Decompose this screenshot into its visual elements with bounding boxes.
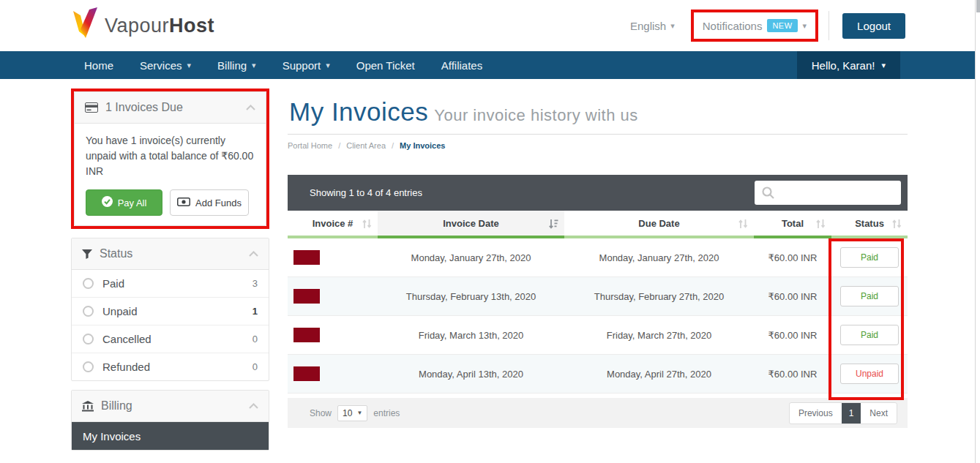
status-filter-paid[interactable]: Paid 3: [72, 270, 269, 298]
current-page-button[interactable]: 1: [842, 403, 861, 424]
credit-card-icon: [85, 102, 98, 113]
notifications-label: Notifications: [703, 20, 763, 32]
column-header-status[interactable]: Status: [831, 211, 908, 238]
due-date-cell: Monday, January 27th, 2020: [564, 252, 754, 263]
breadcrumb: Portal Home / Client Area / My Invoices: [288, 141, 908, 150]
table-row[interactable]: Monday, January 27th, 2020 Monday, Janua…: [288, 238, 908, 277]
scrollbar-thumb[interactable]: [976, 0, 980, 12]
main-content: My InvoicesYour invoice history with us …: [288, 89, 908, 428]
sort-icon: [892, 219, 902, 231]
page-scrollbar[interactable]: [975, 0, 980, 463]
nav-item-home[interactable]: Home: [71, 51, 127, 79]
invoices-table: Showing 1 to 4 of 4 entries Invoice # I: [288, 175, 908, 428]
logout-button[interactable]: Logout: [842, 13, 905, 39]
page-subtitle: Your invoice history with us: [434, 106, 638, 124]
billing-title: Billing: [101, 399, 132, 413]
total-cell: ₹60.00 INR: [754, 330, 831, 341]
sidebar-item-my-invoices[interactable]: My Invoices: [72, 422, 269, 450]
chevron-up-icon: [249, 403, 258, 409]
table-row[interactable]: Friday, March 13th, 2020 Friday, March 2…: [288, 316, 908, 355]
main-navbar: Home Services▾ Billing▾ Support▾ Open Ti…: [0, 51, 975, 79]
sort-icon: [738, 219, 748, 231]
billing-header[interactable]: Billing: [72, 391, 269, 422]
chevron-down-icon: ▼: [356, 410, 362, 416]
show-label: Show: [310, 408, 332, 418]
invoices-due-panel: 1 Invoices Due You have 1 invoice(s) cur…: [74, 91, 266, 226]
pay-all-button[interactable]: Pay All: [86, 189, 162, 216]
table-row[interactable]: Thursday, February 13th, 2020 Thursday, …: [288, 277, 908, 316]
column-header-due-date[interactable]: Due Date: [564, 211, 754, 238]
previous-page-button[interactable]: Previous: [790, 403, 842, 424]
status-count: 3: [253, 278, 258, 289]
status-filter-unpaid[interactable]: Unpaid 1: [72, 298, 269, 325]
language-dropdown[interactable]: English ▾: [630, 20, 675, 32]
radio-icon: [83, 306, 94, 317]
invoice-date-cell: Monday, January 27th, 2020: [378, 252, 564, 263]
chevron-down-icon: ▾: [881, 61, 886, 70]
status-count: 0: [253, 361, 258, 372]
radio-icon: [83, 278, 94, 289]
due-date-cell: Thursday, February 27th, 2020: [564, 291, 754, 302]
sort-icon: [816, 219, 826, 231]
vapourhost-logo-icon: [71, 7, 99, 44]
title-divider: [288, 134, 908, 135]
nav-item-open-ticket[interactable]: Open Ticket: [343, 51, 428, 79]
chevron-down-icon: ▾: [187, 61, 192, 70]
invoice-status-button[interactable]: Unpaid: [840, 364, 899, 384]
chevron-down-icon: ▾: [252, 61, 256, 70]
chevron-down-icon: ▾: [670, 21, 675, 31]
sort-desc-icon: [548, 219, 558, 231]
column-header-total[interactable]: Total: [754, 211, 831, 238]
nav-item-support[interactable]: Support▾: [269, 51, 343, 79]
table-row[interactable]: Monday, April 13th, 2020 Monday, April 2…: [288, 355, 908, 394]
top-header: VapourHost English ▾ Notifications NEW ▾…: [0, 0, 980, 51]
invoice-date-cell: Friday, March 13th, 2020: [378, 330, 564, 341]
add-funds-button[interactable]: Add Funds: [170, 189, 249, 216]
breadcrumb-my-invoices: My Invoices: [400, 141, 445, 150]
nav-item-services[interactable]: Services▾: [127, 51, 204, 79]
status-filter-header[interactable]: Status: [72, 238, 269, 270]
invoice-number-redacted: [293, 289, 320, 304]
breadcrumb-portal-home[interactable]: Portal Home: [288, 141, 332, 150]
column-header-invoice-date[interactable]: Invoice Date: [378, 211, 564, 238]
nav-item-affiliates[interactable]: Affiliates: [428, 51, 495, 79]
invoice-date-cell: Thursday, February 13th, 2020: [378, 291, 564, 302]
entries-summary: Showing 1 to 4 of 4 entries: [310, 187, 422, 198]
invoice-status-button[interactable]: Paid: [840, 325, 899, 345]
status-filter-cancelled[interactable]: Cancelled 0: [72, 325, 269, 353]
entries-label: entries: [373, 408, 400, 418]
status-filter-title: Status: [100, 247, 132, 260]
notifications-dropdown[interactable]: Notifications NEW ▾: [703, 19, 807, 32]
status-count: 1: [253, 306, 258, 317]
column-header-invoice-number[interactable]: Invoice #: [288, 211, 378, 238]
next-page-button[interactable]: Next: [861, 403, 897, 424]
search-input[interactable]: [755, 181, 901, 205]
pagination: Previous 1 Next: [789, 402, 897, 424]
brand-name: VapourHost: [105, 15, 214, 37]
invoice-date-cell: Monday, April 13th, 2020: [378, 369, 564, 380]
table-toolbar: Showing 1 to 4 of 4 entries: [288, 175, 908, 211]
chevron-up-icon: [246, 105, 255, 110]
brand-logo[interactable]: VapourHost: [71, 7, 214, 44]
due-date-cell: Friday, March 27th, 2020: [564, 330, 754, 341]
sidebar: 1 Invoices Due You have 1 invoice(s) cur…: [71, 89, 269, 451]
nav-item-billing[interactable]: Billing▾: [204, 51, 269, 79]
status-filter-refunded[interactable]: Refunded 0: [72, 353, 269, 380]
invoices-due-header[interactable]: 1 Invoices Due: [75, 92, 266, 124]
total-cell: ₹60.00 INR: [754, 252, 831, 263]
status-filter-panel: Status Paid 3 Unpaid 1 Cancelled 0: [71, 238, 269, 381]
table-header-row: Invoice # Invoice Date Due Date: [288, 211, 908, 238]
invoice-number-redacted: [293, 328, 320, 342]
user-menu-label: Hello, Karan!: [812, 59, 875, 72]
header-divider: [828, 11, 829, 40]
invoice-number-redacted: [293, 366, 320, 381]
breadcrumb-client-area[interactable]: Client Area: [346, 141, 386, 150]
page-size-select[interactable]: 10 ▼: [337, 405, 367, 421]
radio-icon: [83, 334, 94, 345]
due-date-cell: Monday, April 27th, 2020: [564, 369, 754, 380]
invoices-due-message: You have 1 invoice(s) currently unpaid w…: [86, 133, 255, 179]
user-menu[interactable]: Hello, Karan! ▾: [797, 51, 900, 79]
invoice-status-button[interactable]: Paid: [840, 247, 899, 268]
annotation-box-notifications: Notifications NEW ▾: [691, 10, 818, 42]
invoice-status-button[interactable]: Paid: [840, 286, 899, 306]
